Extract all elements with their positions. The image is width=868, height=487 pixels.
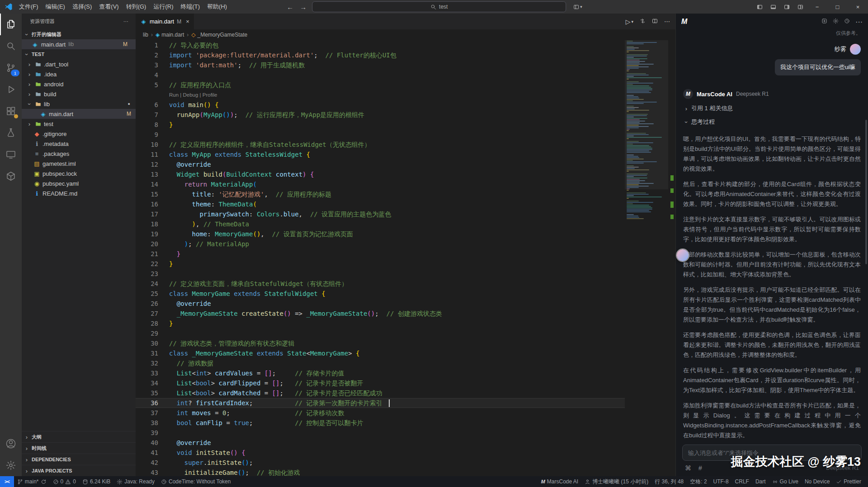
line-number: 19 [136, 229, 169, 239]
tree-item-pubspec.yaml[interactable]: ◉pubspec.yaml [22, 178, 136, 188]
statusbar-cursor-position[interactable]: 行 36, 列 48 [651, 476, 687, 487]
activitybar-extensions[interactable] [0, 100, 22, 122]
statusbar-language-mode[interactable]: Dart [752, 476, 769, 487]
statusbar-last-commit[interactable]: 博士曦曦曦 (15 小时前) [581, 476, 651, 487]
layout-dropdown-icon[interactable]: ▾ [573, 4, 582, 10]
statusbar-codetime[interactable]: CodeTime: Without Token [158, 476, 234, 487]
statusbar-eol[interactable]: CRLF [732, 476, 752, 487]
workspace-section[interactable]: › TEST [22, 49, 136, 59]
statusbar-problems[interactable]: 00 [50, 476, 79, 487]
section-javaprojects[interactable]: ›JAVA PROJECTS [22, 465, 136, 476]
minimap-slider[interactable] [625, 40, 668, 189]
settings-gear-icon[interactable] [833, 18, 839, 26]
history-icon[interactable] [844, 18, 850, 26]
statusbar-prettier[interactable]: Prettier [833, 476, 864, 487]
menu-t[interactable]: 终端(T) [177, 0, 203, 14]
section-dependencies[interactable]: ›DEPENDENCIES [22, 454, 136, 465]
section-[interactable]: ›大纲 [22, 431, 136, 442]
activitybar-remote-explorer[interactable] [0, 144, 22, 165]
hash-button[interactable]: # [698, 464, 702, 472]
tree-item-main.dart[interactable]: ◈main.dartM [22, 109, 136, 119]
overview-ruler[interactable] [668, 40, 675, 476]
breadcrumb-item[interactable]: ◈main.dart [156, 32, 184, 38]
statusbar-marscode[interactable]: MMarsCode AI [538, 476, 582, 487]
tree-item-build[interactable]: ›build [22, 89, 136, 99]
tab-main-dart[interactable]: ◈ main.dart M × [136, 14, 194, 29]
activitybar-explorer[interactable] [0, 14, 22, 35]
tree-item-lib[interactable]: ›lib● [22, 99, 136, 109]
tree-item-.dart_tool[interactable]: ›.dart_tool [22, 59, 136, 69]
menu-r[interactable]: 运行(R) [150, 0, 177, 14]
line-content: Widget build(BuildContext context) { [169, 169, 314, 179]
activitybar-source-control[interactable]: 1 [0, 57, 22, 79]
minimap[interactable] [625, 40, 668, 476]
maximize-button[interactable]: □ [827, 0, 848, 14]
tree-item-.idea[interactable]: ›.idea [22, 69, 136, 79]
open-editor-dir: lib [68, 41, 74, 47]
command-button[interactable]: ⌘ [685, 464, 691, 472]
codelens-profile[interactable]: Profile [203, 92, 217, 98]
activitybar-testing[interactable] [0, 122, 22, 144]
tree-item-android[interactable]: ›android [22, 79, 136, 89]
breadcrumb-item[interactable]: ◇_MemoryGameState [191, 32, 247, 38]
statusbar-indentation[interactable]: 空格: 2 [687, 476, 710, 487]
menu-h[interactable]: 帮助(H) [203, 0, 231, 14]
run-file-button[interactable]: ▷▾ [626, 18, 633, 25]
menu-s[interactable]: 选择(S) [69, 0, 95, 14]
new-chat-icon[interactable] [821, 18, 827, 26]
open-changes-icon[interactable] [640, 18, 646, 25]
more-icon[interactable]: ⋯ [855, 18, 863, 26]
codelens-run[interactable]: Run [169, 92, 179, 98]
toggle-panel-icon[interactable] [766, 0, 780, 14]
statusbar-git-branch[interactable]: main* [14, 476, 50, 487]
open-editors-section[interactable]: › 打开的编辑器 [22, 29, 136, 39]
tree-item-.gitignore[interactable]: ◆.gitignore [22, 129, 136, 139]
menu-v[interactable]: 查看(V) [95, 0, 122, 14]
statusbar-encoding[interactable]: UTF-8 [710, 476, 732, 487]
minimize-button[interactable]: − [807, 0, 827, 14]
statusbar-device[interactable]: No Device [802, 476, 833, 487]
tree-item-.metadata[interactable]: ℹ.metadata [22, 139, 136, 149]
forward-arrow-icon[interactable]: → [299, 3, 307, 11]
folder-icon [35, 81, 42, 87]
statusbar-go-live[interactable]: Go Live [769, 476, 802, 487]
chat-input[interactable] [682, 445, 862, 461]
activitybar-settings[interactable] [0, 454, 22, 476]
command-center-search[interactable]: test [312, 1, 566, 12]
floating-avatar[interactable] [677, 249, 689, 261]
activitybar-package-explorer[interactable] [0, 165, 22, 187]
thinking-toggle[interactable]: › 思考过程 [683, 118, 861, 126]
codelens-debug[interactable]: Debug [183, 92, 198, 98]
statusbar-java-status[interactable]: Java: Ready [113, 476, 158, 487]
activitybar-account[interactable] [0, 433, 22, 454]
code-line: 41 void initState() { [136, 448, 625, 458]
chat-scrollbar[interactable] [865, 120, 867, 264]
toggle-secondary-sidebar-icon[interactable] [780, 0, 793, 14]
activitybar-search[interactable] [0, 35, 22, 57]
tree-item-.packages[interactable]: ≡.packages [22, 149, 136, 159]
tree-item-README.md[interactable]: ℹREADME.md [22, 188, 136, 198]
menu-g[interactable]: 转到(G) [123, 0, 150, 14]
remote-indicator[interactable]: >< [0, 476, 14, 487]
section-[interactable]: ›时间线 [22, 442, 136, 454]
tree-item-pubspec.lock[interactable]: ▣pubspec.lock [22, 169, 136, 178]
activitybar-run-debug[interactable] [0, 79, 22, 100]
tab-close-icon[interactable]: × [186, 18, 189, 25]
close-button[interactable]: × [848, 0, 868, 14]
breadcrumb-item[interactable]: lib [143, 32, 148, 38]
tree-item-test[interactable]: ›test [22, 119, 136, 129]
customize-layout-icon[interactable] [793, 0, 807, 14]
toggle-sidebar-icon[interactable] [753, 0, 766, 14]
split-editor-icon[interactable] [652, 18, 658, 25]
back-arrow-icon[interactable]: ← [286, 3, 294, 11]
minimap-line [627, 206, 651, 207]
reference-toggle[interactable]: › 引用 1 相关信息 [683, 104, 861, 112]
tree-item-gametest.iml[interactable]: ▤gametest.iml [22, 159, 136, 169]
statusbar-file-size[interactable]: 6.24 KiB [79, 476, 113, 487]
views-more-icon[interactable]: ⋯ [123, 19, 128, 24]
menu-e[interactable]: 编辑(E) [42, 0, 69, 14]
more-actions-icon[interactable]: ⋯ [664, 18, 670, 25]
menu-f[interactable]: 文件(F) [15, 0, 42, 14]
code-editor[interactable]: 1// 导入必要的包2import 'package:flutter/mater… [136, 40, 675, 476]
open-editor-item[interactable]: ◈ main.dart lib M [22, 39, 136, 49]
